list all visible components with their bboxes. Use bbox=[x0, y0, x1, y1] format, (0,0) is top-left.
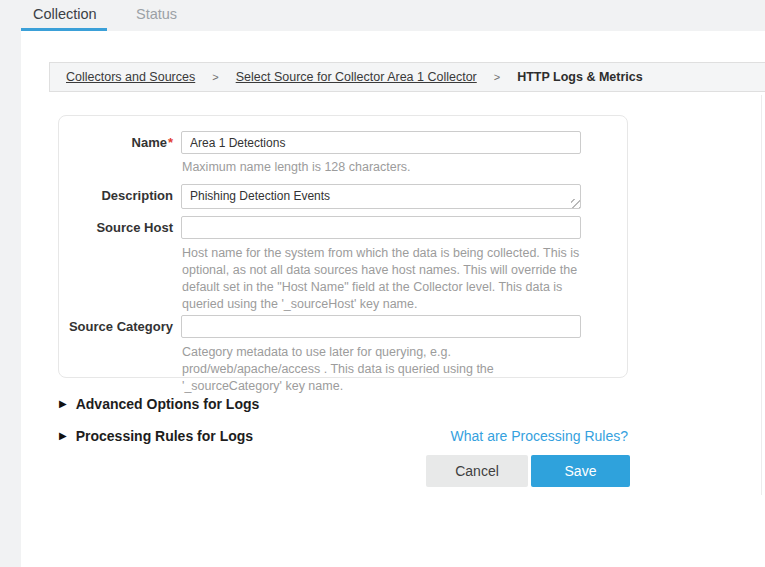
content-panel: Collectors and Sources > Select Source f… bbox=[21, 31, 765, 567]
cancel-button[interactable]: Cancel bbox=[426, 455, 528, 487]
name-label-text: Name bbox=[132, 135, 167, 150]
required-asterisk: * bbox=[168, 135, 173, 150]
breadcrumb-collectors-and-sources[interactable]: Collectors and Sources bbox=[66, 70, 195, 84]
name-input[interactable] bbox=[181, 131, 581, 154]
source-category-helper-text: Category metadata to use later for query… bbox=[182, 344, 590, 395]
tab-status[interactable]: Status bbox=[136, 6, 177, 22]
expand-triangle-icon: ▶ bbox=[59, 399, 67, 409]
source-host-input[interactable] bbox=[181, 216, 581, 239]
tab-collection[interactable]: Collection bbox=[33, 6, 97, 22]
breadcrumb-current-page: HTTP Logs & Metrics bbox=[517, 70, 642, 84]
description-label: Description bbox=[59, 188, 173, 203]
name-label: Name* bbox=[59, 135, 173, 150]
source-config-form: Name* Maximum name length is 128 charact… bbox=[58, 115, 628, 378]
breadcrumb-separator-icon: > bbox=[494, 71, 500, 83]
name-helper-text: Maximum name length is 128 characters. bbox=[182, 159, 411, 176]
source-host-helper-text: Host name for the system from which the … bbox=[182, 245, 584, 313]
breadcrumb-select-source[interactable]: Select Source for Collector Area 1 Colle… bbox=[236, 70, 477, 84]
tab-bar: Collection Status bbox=[0, 0, 765, 31]
processing-rules-link-wrap: What are Processing Rules? bbox=[58, 427, 628, 445]
breadcrumb: Collectors and Sources > Select Source f… bbox=[49, 62, 765, 92]
source-category-input[interactable] bbox=[181, 315, 581, 338]
what-are-processing-rules-link[interactable]: What are Processing Rules? bbox=[451, 428, 628, 444]
save-button[interactable]: Save bbox=[531, 455, 630, 487]
advanced-options-section-toggle[interactable]: ▶ Advanced Options for Logs bbox=[59, 396, 259, 412]
page: Collection Status Collectors and Sources… bbox=[0, 0, 765, 567]
advanced-options-title: Advanced Options for Logs bbox=[76, 396, 260, 412]
description-textarea[interactable]: Phishing Detection Events bbox=[181, 184, 581, 209]
source-host-label: Source Host bbox=[59, 220, 173, 235]
source-category-label: Source Category bbox=[59, 319, 173, 334]
panel-right-border bbox=[761, 95, 762, 495]
breadcrumb-separator-icon: > bbox=[212, 71, 218, 83]
